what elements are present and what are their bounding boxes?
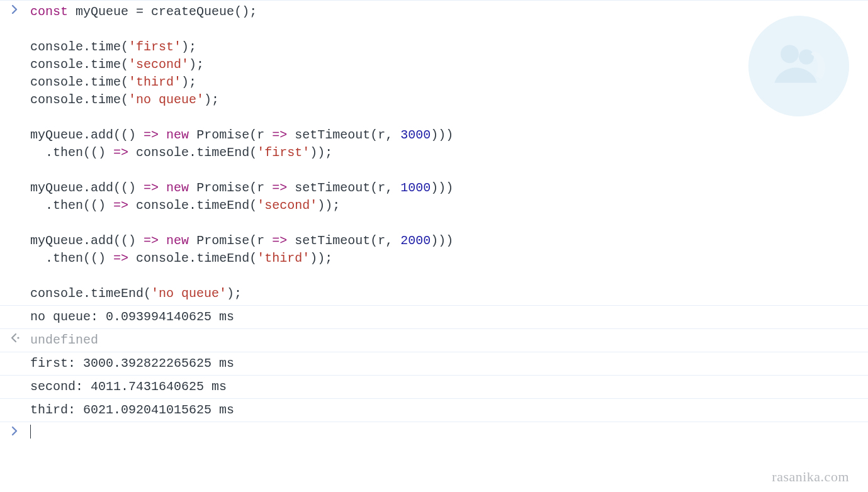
svg-point-2 bbox=[17, 337, 19, 338]
input-prompt-icon bbox=[0, 425, 30, 436]
result-prompt-icon bbox=[0, 332, 30, 343]
console-log-row[interactable]: second: 4011.7431640625 ms bbox=[0, 375, 868, 398]
console-input-code: const myQueue = createQueue(); console.t… bbox=[30, 3, 868, 303]
log-no-queue: no queue: 0.093994140625 ms bbox=[30, 308, 868, 326]
identifier-myqueue: myQueue bbox=[76, 4, 128, 19]
log-gutter bbox=[0, 401, 30, 403]
console-input-caret[interactable] bbox=[30, 425, 868, 443]
console-empty-prompt-row[interactable] bbox=[0, 422, 868, 445]
result-undefined: undefined bbox=[30, 332, 868, 349]
text-caret bbox=[30, 425, 31, 439]
footer-brand-text: rasanika.com bbox=[772, 467, 849, 487]
console-input-row[interactable]: const myQueue = createQueue(); console.t… bbox=[0, 0, 868, 305]
log-gutter bbox=[0, 355, 30, 356]
input-prompt-icon bbox=[0, 3, 30, 14]
console-result-row[interactable]: undefined bbox=[0, 328, 868, 352]
log-gutter bbox=[0, 378, 30, 379]
log-third: third: 6021.092041015625 ms bbox=[30, 401, 868, 419]
log-gutter bbox=[0, 308, 30, 310]
devtools-console[interactable]: const myQueue = createQueue(); console.t… bbox=[0, 0, 868, 445]
log-second: second: 4011.7431640625 ms bbox=[30, 378, 868, 396]
keyword-const: const bbox=[30, 4, 68, 19]
log-first: first: 3000.392822265625 ms bbox=[30, 355, 868, 372]
console-log-row[interactable]: no queue: 0.093994140625 ms bbox=[0, 305, 868, 328]
console-log-row[interactable]: third: 6021.092041015625 ms bbox=[0, 398, 868, 422]
fn-createqueue: createQueue bbox=[151, 4, 234, 19]
console-log-row[interactable]: first: 3000.392822265625 ms bbox=[0, 352, 868, 375]
